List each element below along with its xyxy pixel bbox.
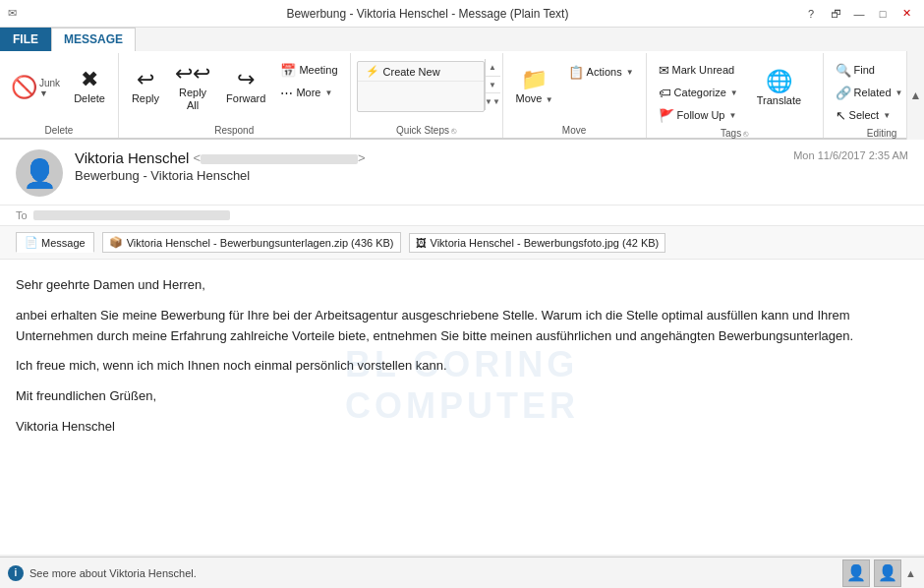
reply-label: Reply — [132, 92, 159, 105]
ribbon-group-delete: 🚫 Junk ▼ ✖ Delete Delete — [0, 53, 119, 138]
create-new-icon: ⚡ — [366, 65, 379, 78]
close-button[interactable]: ✕ — [896, 5, 916, 23]
body-para-5: Viktoria Henschel — [16, 417, 908, 438]
reply-icon: ↩ — [137, 69, 154, 90]
body-para-2: anbei erhalten Sie meine Bewerbung für I… — [16, 306, 908, 347]
quick-steps-box: ⚡ Create New — [357, 61, 485, 112]
reply-all-button[interactable]: ↩↩ ReplyAll — [168, 57, 217, 118]
status-avatar-icon-1: 👤 — [846, 563, 866, 582]
delete-group-label: Delete — [6, 125, 112, 136]
body-para-4: Mit freundlichen Grüßen, — [16, 386, 908, 407]
quick-steps-down-arrow[interactable]: ▼ — [486, 77, 500, 94]
minimize-button[interactable]: — — [849, 5, 869, 23]
tags-group-label: Tags ⎋ — [653, 128, 817, 139]
more-button[interactable]: ⋯ More ▼ — [274, 82, 343, 103]
message-body: Sehr geehrte Damen und Herren, anbei erh… — [0, 260, 924, 463]
meeting-button[interactable]: 📅 Meeting — [274, 59, 343, 81]
mark-unread-label: Mark Unread — [672, 64, 735, 76]
tab-message[interactable]: MESSAGE — [51, 28, 136, 51]
delete-button[interactable]: ✖ Delete — [67, 57, 112, 118]
select-icon: ↖ — [836, 108, 846, 123]
maximize-button[interactable]: □ — [873, 5, 893, 23]
quicksteps-group-label: Quick Steps ⎋ — [357, 125, 496, 136]
quick-steps-up-arrow[interactable]: ▲ — [486, 59, 500, 77]
message-date: Mon 11/6/2017 2:35 AM — [751, 149, 908, 197]
mark-unread-button[interactable]: ✉ Mark Unread — [653, 59, 744, 81]
status-bar-left: i See more about Viktoria Henschel. — [8, 565, 197, 581]
forward-label: Forward — [226, 92, 265, 105]
follow-up-button[interactable]: 🚩 Follow Up ▼ — [653, 104, 744, 126]
translate-label: Translate — [757, 94, 801, 107]
select-label: Select — [849, 109, 880, 121]
follow-up-label: Follow Up — [677, 109, 725, 121]
junk-dropdown-icon: ▼ — [39, 88, 48, 98]
quick-step-create-new[interactable]: ⚡ Create New — [358, 62, 484, 82]
delete-label: Delete — [74, 92, 105, 105]
sender-name: Viktoria Henschel <> — [75, 149, 739, 166]
reply-all-icon: ↩↩ — [175, 63, 210, 85]
actions-dropdown-icon: ▼ — [626, 68, 634, 77]
message-meta: Viktoria Henschel <> Bewerbung - Viktori… — [75, 149, 739, 197]
actions-button[interactable]: 📋 Actions ▼ — [562, 61, 640, 83]
attachment-tab-message[interactable]: 📄 Message — [16, 232, 94, 253]
message-header: 👤 Viktoria Henschel <> Bewerbung - Vikto… — [0, 140, 924, 206]
categorize-label: Categorize — [674, 87, 726, 98]
related-label: Related — [854, 87, 892, 98]
move-group-label: Move — [509, 125, 640, 136]
status-avatar-1[interactable]: 👤 — [842, 559, 870, 587]
related-icon: 🔗 — [836, 86, 851, 100]
reply-button[interactable]: ↩ Reply — [125, 57, 166, 118]
junk-icon: 🚫 — [11, 75, 37, 100]
move-button[interactable]: 📁 Move ▼ — [509, 57, 560, 118]
forward-icon: ↪ — [237, 69, 255, 90]
title-bar-title: Bewerbung - Viktoria Henschel - Message … — [47, 7, 808, 21]
title-bar-icon: ✉ — [8, 7, 47, 20]
message-container: 👤 Viktoria Henschel <> Bewerbung - Vikto… — [0, 140, 924, 555]
ribbon: 🚫 Junk ▼ ✖ Delete Delete — [0, 51, 924, 140]
ribbon-group-respond: ↩ Reply ↩↩ ReplyAll ↪ Forward 📅 — [119, 53, 351, 138]
ribbon-tabs: FILE MESSAGE — [0, 28, 924, 51]
create-new-label: Create New — [383, 66, 440, 78]
actions-icon: 📋 — [568, 65, 584, 80]
follow-up-dropdown-icon: ▼ — [728, 111, 736, 120]
quick-steps-arrows: ▲ ▼ ▼▼ — [485, 59, 500, 110]
tags-expand-icon[interactable]: ⎋ — [743, 129, 748, 139]
attachment-zip[interactable]: 📦 Viktoria Henschel - Bewerbungsunterlag… — [102, 232, 401, 253]
translate-icon: 🌐 — [766, 71, 792, 92]
more-icon: ⋯ — [280, 86, 293, 100]
ribbon-collapse-button[interactable]: ▲ — [906, 51, 924, 140]
zip-label: Viktoria Henschel - Bewerbungsunterlagen… — [127, 237, 394, 249]
status-bar-right: 👤 👤 ▲ — [842, 559, 916, 587]
move-label: Move ▼ — [516, 92, 553, 105]
help-icon[interactable]: ? — [808, 8, 814, 20]
find-icon: 🔍 — [836, 63, 851, 78]
find-label: Find — [854, 64, 875, 76]
restore-button[interactable]: 🗗 — [826, 5, 845, 23]
attachment-jpg[interactable]: 🖼 Viktoria Henschel - Bewerbungsfoto.jpg… — [409, 233, 666, 253]
tab-file[interactable]: FILE — [0, 28, 51, 51]
select-button[interactable]: ↖ Select ▼ — [830, 104, 909, 126]
body-para-3: Ich freue mich, wenn ich mich Ihnen noch… — [16, 356, 908, 377]
sender-email: <> — [193, 150, 365, 165]
junk-button[interactable]: 🚫 Junk ▼ — [6, 57, 65, 118]
status-scroll-up[interactable]: ▲ — [905, 567, 916, 579]
quicksteps-expand-icon[interactable]: ⎋ — [451, 126, 456, 136]
actions-label: Actions — [587, 66, 622, 78]
title-bar: ✉ Bewerbung - Viktoria Henschel - Messag… — [0, 0, 924, 28]
message-tab-icon: 📄 — [25, 236, 38, 249]
mark-unread-icon: ✉ — [659, 63, 669, 78]
more-dropdown-icon: ▼ — [324, 88, 332, 97]
meeting-label: Meeting — [299, 64, 337, 76]
forward-button[interactable]: ↪ Forward — [219, 57, 272, 118]
categorize-button[interactable]: 🏷 Categorize ▼ — [653, 82, 744, 103]
status-avatar-2[interactable]: 👤 — [874, 559, 901, 587]
to-label: To — [16, 209, 28, 221]
ribbon-group-tags: ✉ Mark Unread 🏷 Categorize ▼ 🚩 Follow Up… — [647, 53, 824, 138]
jpg-label: Viktoria Henschel - Bewerbungsfoto.jpg (… — [431, 237, 660, 249]
quick-steps-expand-arrow[interactable]: ▼▼ — [486, 93, 500, 110]
translate-button[interactable]: 🌐 Translate — [750, 59, 808, 120]
related-button[interactable]: 🔗 Related ▼ — [830, 82, 909, 103]
find-button[interactable]: 🔍 Find — [830, 59, 909, 81]
status-avatar-icon-2: 👤 — [878, 563, 897, 582]
follow-up-icon: 🚩 — [659, 108, 674, 123]
